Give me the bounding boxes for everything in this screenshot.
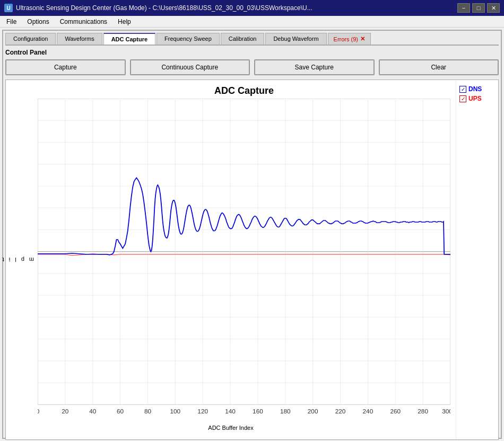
svg-text:240: 240 bbox=[363, 409, 373, 414]
menu-file[interactable]: File bbox=[2, 17, 21, 27]
continuous-capture-button[interactable]: Continuous Capture bbox=[130, 59, 250, 75]
x-axis-label-text: ADC Buffer Index bbox=[208, 425, 253, 431]
menu-communications[interactable]: Communications bbox=[56, 17, 111, 27]
svg-text:260: 260 bbox=[390, 409, 401, 414]
dns-checkbox[interactable]: ✓ bbox=[459, 86, 466, 93]
control-buttons: Capture Continuous Capture Save Capture … bbox=[5, 59, 499, 75]
svg-text:280: 280 bbox=[418, 409, 428, 414]
svg-text:100: 100 bbox=[170, 409, 181, 414]
tab-frequency-sweep[interactable]: Frequency Sweep bbox=[157, 33, 220, 45]
menu-help[interactable]: Help bbox=[114, 17, 135, 27]
clear-button[interactable]: Clear bbox=[379, 59, 499, 75]
svg-text:220: 220 bbox=[335, 409, 346, 414]
svg-text:300: 300 bbox=[442, 409, 450, 414]
title-bar-left: U Ultrasonic Sensing Design Center (Gas … bbox=[4, 4, 312, 12]
app-icon: U bbox=[4, 4, 13, 12]
close-button[interactable]: ✕ bbox=[487, 3, 500, 13]
chart-container: ADC Capture A m p l i t u d e bbox=[5, 80, 499, 440]
tab-waveforms[interactable]: Waveforms bbox=[57, 33, 102, 45]
svg-text:40: 40 bbox=[89, 409, 96, 414]
window-title: Ultrasonic Sensing Design Center (Gas Mo… bbox=[16, 4, 312, 12]
minimize-button[interactable]: − bbox=[457, 3, 470, 13]
y-axis-label: A m p l i t u d e bbox=[0, 257, 44, 263]
y-axis-label-text: A m p l i t u d e bbox=[0, 257, 42, 263]
menu-bar: File Options Communications Help bbox=[0, 16, 504, 28]
errors-close-icon[interactable]: ✕ bbox=[360, 36, 365, 42]
legend-panel: ✓ DNS ✓ UPS bbox=[456, 80, 498, 439]
title-bar: U Ultrasonic Sensing Design Center (Gas … bbox=[0, 0, 504, 16]
svg-text:80: 80 bbox=[144, 409, 151, 414]
tab-configuration[interactable]: Configuration bbox=[5, 33, 56, 45]
chart-svg: 350 300 250 200 150 100 50 50 0 -50 -100… bbox=[38, 99, 450, 416]
maximize-button[interactable]: □ bbox=[472, 3, 485, 13]
ups-checkbox[interactable]: ✓ bbox=[459, 95, 466, 102]
svg-text:180: 180 bbox=[280, 409, 291, 414]
tab-bar: Configuration Waveforms ADC Capture Freq… bbox=[5, 33, 499, 46]
svg-text:160: 160 bbox=[253, 409, 263, 414]
chart-title: ADC Capture bbox=[38, 85, 450, 96]
legend-ups-label: UPS bbox=[468, 95, 482, 102]
svg-text:60: 60 bbox=[117, 409, 124, 414]
legend-dns-item: ✓ DNS bbox=[459, 85, 495, 93]
legend-ups-item: ✓ UPS bbox=[459, 95, 495, 102]
svg-text:140: 140 bbox=[225, 409, 236, 414]
svg-text:0: 0 bbox=[38, 409, 39, 414]
menu-options[interactable]: Options bbox=[23, 17, 53, 27]
chart-area: ADC Capture A m p l i t u d e bbox=[6, 80, 456, 439]
svg-text:120: 120 bbox=[197, 409, 208, 414]
svg-text:20: 20 bbox=[62, 409, 68, 414]
capture-button[interactable]: Capture bbox=[5, 59, 126, 75]
legend-dns-label: DNS bbox=[468, 85, 482, 93]
chart-canvas: 350 300 250 200 150 100 50 50 0 -50 -100… bbox=[38, 99, 450, 416]
errors-label: Errors (9) bbox=[334, 36, 358, 42]
tab-debug-waveform[interactable]: Debug Waveform bbox=[265, 33, 326, 45]
tab-adc-capture[interactable]: ADC Capture bbox=[103, 33, 155, 45]
save-capture-button[interactable]: Save Capture bbox=[254, 59, 375, 75]
tab-errors[interactable]: Errors (9) ✕ bbox=[328, 33, 371, 45]
main-container: Configuration Waveforms ADC Capture Freq… bbox=[2, 30, 502, 439]
svg-text:200: 200 bbox=[308, 409, 318, 414]
control-panel-label: Control Panel bbox=[5, 49, 499, 56]
window-controls[interactable]: − □ ✕ bbox=[457, 3, 500, 13]
tab-calibration[interactable]: Calibration bbox=[221, 33, 265, 45]
